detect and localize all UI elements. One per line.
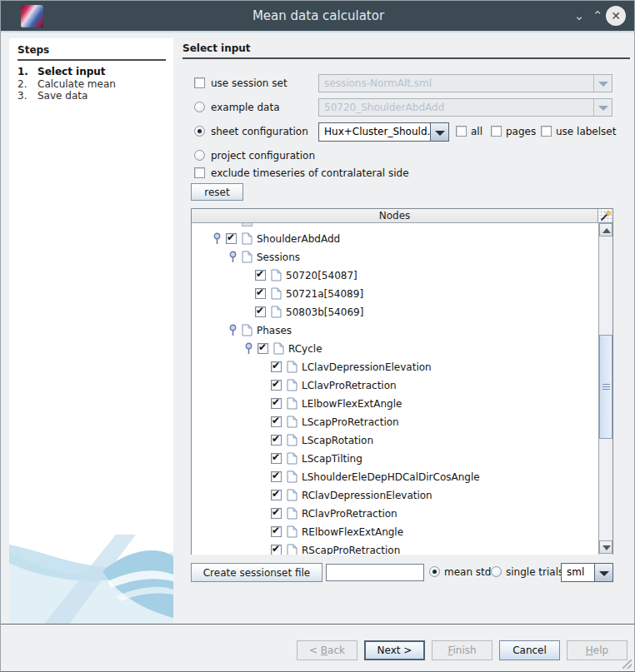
tree-node-label[interactable]: RElbowFlexExtAngle — [302, 526, 403, 538]
tree-node-label[interactable]: Sessions — [257, 251, 300, 263]
tree-node-label[interactable]: RClavDepressionElevation — [302, 490, 432, 501]
tree-node[interactable]: ✔LScapTilting — [192, 450, 598, 468]
tree-node[interactable]: ✔RClavProRetraction — [192, 505, 598, 523]
tree-expand-handle-icon[interactable] — [212, 232, 222, 248]
tree-node-checkbox[interactable]: ✔ — [271, 361, 282, 372]
tree-node-label[interactable]: RScapProRetraction — [302, 545, 400, 555]
table-settings-button[interactable] — [598, 209, 612, 223]
single-trials-radio[interactable] — [491, 566, 502, 577]
tree-node-checkbox[interactable]: ✔ — [255, 306, 266, 317]
use-labelset-label: use labelset — [556, 126, 616, 137]
sheet-configuration-radio[interactable] — [194, 126, 205, 137]
tree-node[interactable]: ✔LShoulderEleDepHDCalDirCosAngle — [192, 468, 598, 486]
file-icon — [242, 324, 252, 340]
tree-node-label[interactable]: LScapRotation — [302, 435, 373, 446]
tree-node[interactable]: ✔50803b[54069] — [192, 303, 598, 321]
reset-button[interactable]: reset — [191, 183, 243, 201]
tree-expand-handle-icon[interactable] — [228, 251, 238, 266]
tree-node-label[interactable]: Phases — [257, 325, 292, 336]
tree-node-checkbox[interactable]: ✔ — [271, 508, 282, 519]
tree-node-checkbox[interactable]: ✔ — [255, 270, 266, 281]
tree-node-label[interactable]: 50721a[54089] — [286, 288, 363, 300]
tree-node-checkbox[interactable]: ✔ — [255, 288, 266, 299]
tree-node[interactable]: ✔ShoulderAbdAdd — [192, 230, 598, 248]
tree-node[interactable]: ✔LClavDepressionElevation — [192, 358, 598, 376]
tree-node-label[interactable]: LScapTilting — [302, 453, 362, 465]
use-labelset-checkbox[interactable]: ✔ — [541, 126, 552, 137]
tree-node[interactable]: Sessions — [192, 248, 598, 266]
finish-button[interactable]: Finish — [432, 640, 492, 660]
tree-node-label[interactable]: ShoulderAbdAdd — [257, 233, 340, 245]
create-sessionset-file-button[interactable]: Create sessionset file — [191, 563, 322, 582]
project-configuration-radio[interactable] — [194, 150, 205, 161]
tree-node-checkbox[interactable]: ✔ — [271, 398, 282, 409]
vertical-scrollbar[interactable] — [598, 223, 612, 555]
scroll-down-button[interactable] — [599, 540, 612, 554]
tree-node-checkbox[interactable]: ✔ — [226, 233, 237, 244]
next-button[interactable]: Next > — [364, 640, 425, 660]
tree-node[interactable]: ✔RElbowFlexExtAngle — [192, 523, 598, 541]
file-icon — [242, 232, 252, 248]
tree-node[interactable]: ✔LScapProRetraction — [192, 413, 598, 431]
dropdown-arrow-icon[interactable] — [430, 123, 448, 141]
tree-node-label[interactable]: 50720[54087] — [286, 270, 358, 281]
file-icon — [287, 525, 298, 541]
tree-node-checkbox[interactable]: ✔ — [271, 490, 282, 500]
tree-node[interactable]: ✔RScapProRetraction — [192, 541, 598, 555]
help-button[interactable]: Help — [567, 640, 628, 660]
tree-node-checkbox[interactable]: ✔ — [271, 545, 282, 555]
file-format-combobox[interactable]: sml — [561, 563, 613, 582]
maximize-icon[interactable]: ⌃ — [588, 6, 608, 26]
tree-node-checkbox[interactable]: ✔ — [271, 453, 282, 464]
file-icon — [273, 342, 284, 358]
tree-node[interactable]: Phases — [192, 321, 598, 340]
file-icon — [287, 489, 298, 505]
tree-node-label[interactable]: RClavProRetraction — [302, 508, 398, 520]
titlebar: Mean data calculator ⌄ ⌃ ✕ — [1, 1, 635, 31]
tree-node-label[interactable]: LElbowFlexExtAngle — [302, 398, 402, 410]
scrollbar-thumb[interactable] — [599, 335, 612, 439]
tree-node[interactable]: ✔LElbowFlexExtAngle — [192, 395, 598, 413]
use-session-set-checkbox[interactable]: ✔ — [194, 77, 205, 88]
tree-expand-handle-icon[interactable] — [228, 324, 238, 340]
tree-node-checkbox[interactable]: ✔ — [258, 343, 268, 354]
tree-node-checkbox[interactable]: ✔ — [271, 380, 282, 391]
tree-node[interactable]: ✔RClavDepressionElevation — [192, 486, 598, 505]
tree-node-checkbox[interactable]: ✔ — [271, 471, 282, 482]
dropdown-arrow-icon[interactable] — [594, 564, 612, 581]
dropdown-arrow-icon[interactable] — [593, 99, 612, 116]
back-button[interactable]: < Back — [297, 640, 358, 660]
sheet-configuration-combobox[interactable]: Hux+Cluster_Should... — [318, 122, 449, 142]
tree-node-label[interactable]: LClavDepressionElevation — [302, 361, 432, 373]
tree-node-checkbox[interactable]: ✔ — [271, 526, 282, 537]
close-icon[interactable]: ✕ — [606, 6, 626, 26]
tree-node-label[interactable]: 50803b[54069] — [286, 306, 363, 318]
cancel-button[interactable]: Cancel — [499, 640, 560, 660]
file-icon — [287, 544, 298, 555]
nodes-column-header[interactable]: Nodes — [192, 209, 598, 223]
dropdown-arrow-icon[interactable] — [593, 75, 612, 92]
nodes-table: Nodes ✔ShoulderAbdAddSessions✔50720[5408… — [191, 208, 613, 555]
tree-node-checkbox[interactable]: ✔ — [271, 416, 282, 427]
sessionset-filename-input[interactable] — [326, 564, 424, 581]
example-data-radio[interactable] — [194, 102, 205, 112]
tree-node-label[interactable]: LShoulderEleDepHDCalDirCosAngle — [302, 471, 480, 483]
single-trials-label: single trials — [506, 566, 563, 578]
all-checkbox[interactable]: ✔ — [456, 126, 467, 137]
exclude-contralateral-checkbox[interactable]: ✔ — [194, 167, 205, 178]
tree-node[interactable]: ✔RCycle — [192, 340, 598, 358]
tree-node-checkbox[interactable]: ✔ — [271, 435, 282, 446]
tree-node[interactable]: ✔LClavProRetraction — [192, 376, 598, 395]
pages-checkbox[interactable]: ✔ — [491, 126, 502, 137]
resize-grip[interactable] — [622, 660, 632, 669]
tree-node-label[interactable]: LScapProRetraction — [302, 416, 399, 428]
scroll-up-button[interactable] — [599, 223, 612, 236]
tree-node[interactable]: ✔LScapRotation — [192, 431, 598, 450]
tree-expand-handle-icon[interactable] — [244, 342, 253, 358]
tree-node-label[interactable]: RCycle — [288, 343, 322, 355]
mean-std-radio[interactable] — [429, 566, 440, 577]
tree-node[interactable]: ✔50721a[54089] — [192, 285, 598, 303]
minimize-icon[interactable]: ⌄ — [569, 6, 589, 26]
tree-node[interactable]: ✔50720[54087] — [192, 266, 598, 285]
tree-node-label[interactable]: LClavProRetraction — [302, 380, 397, 391]
